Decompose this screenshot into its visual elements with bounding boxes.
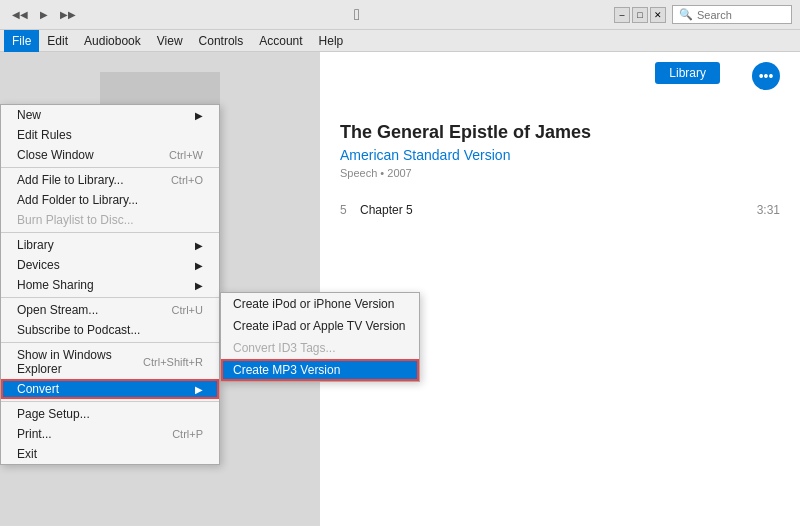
menu-audiobook[interactable]: Audiobook: [76, 30, 149, 52]
next-button[interactable]: ▶▶: [56, 7, 80, 22]
menu-library[interactable]: Library ▶: [1, 235, 219, 255]
arrow-icon-3: ▶: [195, 260, 203, 271]
menu-bar: File Edit Audiobook View Controls Accoun…: [0, 30, 800, 52]
table-row: 5 Chapter 5 3:31: [340, 199, 780, 221]
menu-file[interactable]: File: [4, 30, 39, 52]
menu-account[interactable]: Account: [251, 30, 310, 52]
separator-3: [1, 297, 219, 298]
minimize-button[interactable]: –: [614, 7, 630, 23]
menu-devices[interactable]: Devices ▶: [1, 255, 219, 275]
arrow-icon-5: ▶: [195, 384, 203, 395]
maximize-button[interactable]: □: [632, 7, 648, 23]
search-box[interactable]: 🔍: [672, 5, 792, 24]
separator-1: [1, 167, 219, 168]
apple-logo: : [354, 6, 360, 24]
menu-show-explorer[interactable]: Show in Windows Explorer Ctrl+Shift+R: [1, 345, 219, 379]
menu-controls[interactable]: Controls: [191, 30, 252, 52]
book-subtitle: American Standard Version: [340, 147, 780, 163]
more-button[interactable]: •••: [752, 62, 780, 90]
library-button[interactable]: Library: [655, 62, 720, 84]
play-button[interactable]: ▶: [36, 7, 52, 22]
menu-view[interactable]: View: [149, 30, 191, 52]
track-number: 5: [340, 203, 360, 217]
submenu-create-mp3[interactable]: Create MP3 Version: [221, 359, 419, 381]
main-content: ♫ ♫ 1 item Library ••• The General Epist…: [0, 52, 800, 526]
search-icon: 🔍: [679, 8, 693, 21]
submenu-ipod-iphone[interactable]: Create iPod or iPhone Version: [221, 293, 419, 315]
track-name: Chapter 5: [360, 203, 757, 217]
track-duration: 3:31: [757, 203, 780, 217]
menu-close-window[interactable]: Close Window Ctrl+W: [1, 145, 219, 165]
book-meta: Speech • 2007: [340, 167, 780, 179]
menu-print[interactable]: Print... Ctrl+P: [1, 424, 219, 444]
separator-2: [1, 232, 219, 233]
convert-submenu: Create iPod or iPhone Version Create iPa…: [220, 292, 420, 382]
title-bar: ◀◀ ▶ ▶▶  – □ ✕ 🔍: [0, 0, 800, 30]
menu-help[interactable]: Help: [311, 30, 352, 52]
right-panel: Library ••• The General Epistle of James…: [320, 52, 800, 526]
window-controls: – □ ✕: [614, 7, 666, 23]
menu-add-file[interactable]: Add File to Library... Ctrl+O: [1, 170, 219, 190]
search-input[interactable]: [697, 9, 787, 21]
menu-home-sharing[interactable]: Home Sharing ▶: [1, 275, 219, 295]
file-menu-dropdown: New ▶ Edit Rules Close Window Ctrl+W Add…: [0, 104, 220, 465]
separator-5: [1, 401, 219, 402]
submenu-ipad-appletv[interactable]: Create iPad or Apple TV Version: [221, 315, 419, 337]
menu-page-setup[interactable]: Page Setup...: [1, 404, 219, 424]
arrow-icon: ▶: [195, 110, 203, 121]
close-button[interactable]: ✕: [650, 7, 666, 23]
menu-add-folder[interactable]: Add Folder to Library...: [1, 190, 219, 210]
submenu-id3-tags: Convert ID3 Tags...: [221, 337, 419, 359]
menu-edit[interactable]: Edit: [39, 30, 76, 52]
arrow-icon-2: ▶: [195, 240, 203, 251]
arrow-icon-4: ▶: [195, 280, 203, 291]
menu-edit-rules[interactable]: Edit Rules: [1, 125, 219, 145]
title-bar-right: – □ ✕ 🔍: [614, 5, 792, 24]
menu-exit[interactable]: Exit: [1, 444, 219, 464]
book-title: The General Epistle of James: [340, 122, 780, 143]
menu-burn-playlist: Burn Playlist to Disc...: [1, 210, 219, 230]
menu-new[interactable]: New ▶: [1, 105, 219, 125]
separator-4: [1, 342, 219, 343]
menu-convert[interactable]: Convert ▶: [1, 379, 219, 399]
playback-controls: ◀◀ ▶ ▶▶: [8, 7, 100, 22]
prev-button[interactable]: ◀◀: [8, 7, 32, 22]
menu-subscribe-podcast[interactable]: Subscribe to Podcast...: [1, 320, 219, 340]
menu-open-stream[interactable]: Open Stream... Ctrl+U: [1, 300, 219, 320]
